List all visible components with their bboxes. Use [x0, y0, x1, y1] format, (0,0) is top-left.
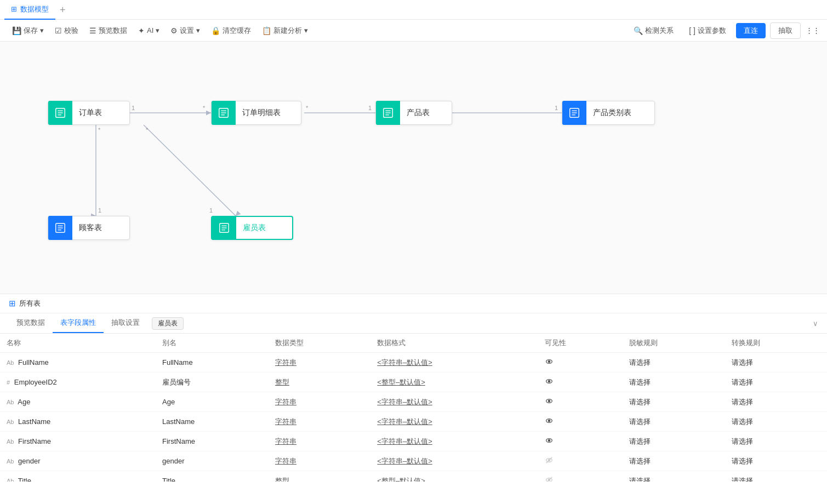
field-dataformat: <字符串–默认值>	[370, 412, 538, 432]
toolbar: 💾 保存 ▾ ☑ 校验 ☰ 预览数据 ✦ AI ▾ ⚙ 设置 ▾ 🔒 清空缓存 …	[0, 20, 827, 42]
table-row: Ab Age Age 字符串 <字符串–默认值> 请选择 请选择	[0, 392, 827, 412]
type-icon: Ab	[7, 419, 14, 425]
panel-header-icon: ⊞	[9, 299, 16, 308]
col-alias: 别名	[156, 334, 269, 353]
field-desensitize[interactable]: 请选择	[623, 392, 725, 412]
settings-button[interactable]: ⚙ 设置 ▾	[165, 24, 206, 38]
field-alias: 雇员编号	[156, 373, 269, 392]
detect-relation-button[interactable]: 🔍 检测关系	[628, 24, 679, 38]
entity-customer[interactable]: 顾客表	[48, 216, 130, 240]
more-menu-icon[interactable]: ⋮⋮	[805, 23, 820, 38]
entity-order-detail[interactable]: 订单明细表	[211, 101, 301, 125]
ai-button[interactable]: ✦ AI ▾	[133, 24, 165, 37]
type-icon: Ab	[7, 458, 14, 465]
entity-employee[interactable]: 雇员表	[211, 216, 293, 240]
field-datatype: 字符串	[269, 412, 370, 432]
tab-field-attrs[interactable]: 表字段属性	[53, 313, 104, 333]
panel-header: ⊞ 所有表	[0, 294, 827, 313]
settings-icon: ⚙	[170, 26, 178, 35]
preview-icon: ☰	[89, 26, 96, 35]
field-visibility[interactable]	[538, 353, 623, 373]
svg-point-44	[548, 400, 550, 402]
field-transform[interactable]: 请选择	[725, 392, 827, 412]
field-transform[interactable]: 请选择	[725, 373, 827, 392]
entity-product[interactable]: 产品表	[375, 101, 452, 125]
field-datatype: 字符串	[269, 451, 370, 471]
table-row: Ab Title Title 整型 <整型–默认值> 请选择 请选择	[0, 471, 827, 482]
connect-button[interactable]: 直连	[736, 23, 766, 38]
field-desensitize[interactable]: 请选择	[623, 373, 725, 392]
type-icon: Ab	[7, 399, 14, 405]
new-analysis-button[interactable]: 📋 新建分析 ▾	[256, 24, 313, 38]
extract-button[interactable]: 抽取	[770, 22, 801, 39]
field-datatype: 整型	[269, 471, 370, 482]
field-transform[interactable]: 请选择	[725, 432, 827, 451]
col-desensitize: 脱敏规则	[623, 334, 725, 353]
entity-icon-product	[376, 101, 400, 125]
set-params-button[interactable]: [ ] 设置参数	[683, 24, 732, 38]
field-name: Ab FullName	[0, 353, 156, 373]
table-row: Ab LastName LastName 字符串 <字符串–默认值> 请选择 请…	[0, 412, 827, 432]
svg-text:1: 1	[132, 105, 135, 111]
field-desensitize[interactable]: 请选择	[623, 471, 725, 482]
field-desensitize[interactable]: 请选择	[623, 412, 725, 432]
save-button[interactable]: 💾 保存 ▾	[7, 24, 49, 38]
canvas-area[interactable]: 1 * * 1 * 1 * * 1 1 订单表 订单明细表 产品表 产品类别表	[0, 42, 827, 294]
entity-name-product-category: 产品类别表	[586, 108, 638, 118]
entity-icon-employee	[212, 216, 236, 240]
field-dataformat: <字符串–默认值>	[370, 392, 538, 412]
field-visibility[interactable]	[538, 392, 623, 412]
tab-add-button[interactable]: +	[55, 0, 70, 20]
field-table-container[interactable]: 名称 别名 数据类型 数据格式 可见性 脱敏规则 转换规则 Ab FullNam…	[0, 334, 827, 482]
collapse-button[interactable]: ∨	[813, 319, 818, 328]
settings-dropdown-icon: ▾	[196, 26, 200, 35]
preview-button[interactable]: ☰ 预览数据	[84, 24, 133, 38]
field-desensitize[interactable]: 请选择	[623, 353, 725, 373]
field-transform[interactable]: 请选择	[725, 412, 827, 432]
field-name: # EmployeeID2	[0, 373, 156, 392]
svg-point-48	[548, 439, 550, 441]
bottom-panel: ⊞ 所有表 预览数据 表字段属性 抽取设置 雇员表 ∨ 名称 别名 数据类型 数…	[0, 294, 827, 482]
field-transform[interactable]: 请选择	[725, 451, 827, 471]
field-desensitize[interactable]: 请选择	[623, 432, 725, 451]
validate-button[interactable]: ☑ 校验	[49, 24, 84, 38]
table-row: Ab FullName FullName 字符串 <字符串–默认值> 请选择 请…	[0, 353, 827, 373]
tab-extract-settings[interactable]: 抽取设置	[104, 313, 147, 333]
field-visibility[interactable]	[538, 451, 623, 471]
field-dataformat: <整型–默认值>	[370, 471, 538, 482]
svg-text:*: *	[98, 127, 101, 133]
field-dataformat: <字符串–默认值>	[370, 353, 538, 373]
field-name: Ab LastName	[0, 412, 156, 432]
clear-cache-button[interactable]: 🔒 清空缓存	[206, 24, 256, 38]
field-visibility[interactable]	[538, 471, 623, 482]
svg-text:1: 1	[209, 207, 213, 214]
current-table-tag[interactable]: 雇员表	[152, 317, 184, 330]
field-visibility[interactable]	[538, 432, 623, 451]
analysis-icon: 📋	[262, 26, 271, 35]
field-datatype: 字符串	[269, 432, 370, 451]
field-name: Ab gender	[0, 451, 156, 471]
detect-icon: 🔍	[634, 26, 643, 35]
field-desensitize[interactable]: 请选择	[623, 451, 725, 471]
entity-name-product: 产品表	[400, 108, 436, 118]
table-row: # EmployeeID2 雇员编号 整型 <整型–默认值> 请选择 请选择	[0, 373, 827, 392]
analysis-dropdown-icon: ▾	[304, 26, 308, 35]
field-transform[interactable]: 请选择	[725, 353, 827, 373]
entity-order[interactable]: 订单表	[48, 101, 130, 125]
field-name: Ab FirstName	[0, 432, 156, 451]
connections-svg: 1 * * 1 * 1 * * 1 1	[0, 42, 827, 294]
table-row: Ab FirstName FirstName 字符串 <字符串–默认值> 请选择…	[0, 432, 827, 451]
entity-product-category[interactable]: 产品类别表	[562, 101, 655, 125]
svg-text:*: *	[306, 105, 309, 111]
tab-data-model[interactable]: ⊞ 数据模型	[4, 0, 55, 20]
col-name: 名称	[0, 334, 156, 353]
field-visibility[interactable]	[538, 373, 623, 392]
field-alias: LastName	[156, 412, 269, 432]
tab-label: 数据模型	[20, 4, 49, 14]
svg-text:1: 1	[98, 207, 101, 214]
field-transform[interactable]: 请选择	[725, 471, 827, 482]
tab-preview[interactable]: 预览数据	[9, 313, 53, 333]
field-visibility[interactable]	[538, 412, 623, 432]
field-dataformat: <字符串–默认值>	[370, 432, 538, 451]
type-icon: Ab	[7, 478, 14, 482]
